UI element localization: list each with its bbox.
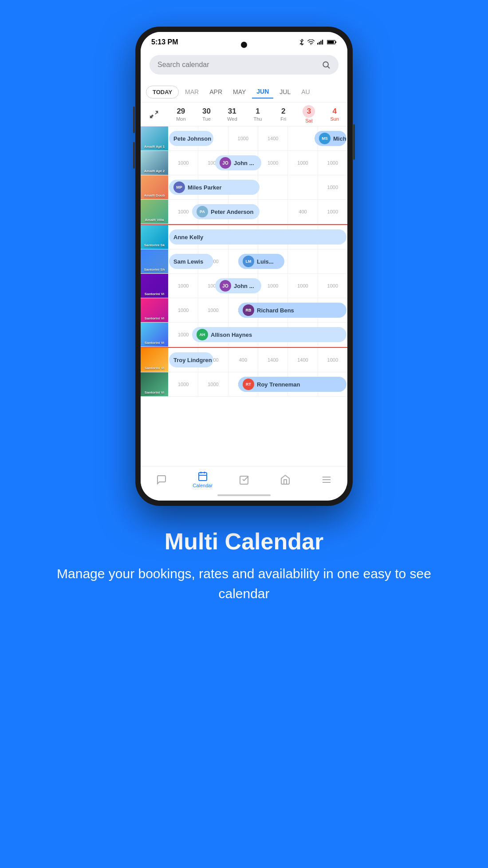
rows-area: Amalfi Apt 1 Pete Johnson 1000 1400 <box>141 126 347 466</box>
cell-4-3 <box>258 200 287 224</box>
svg-rect-9 <box>199 473 207 481</box>
property-row-9: Santorini Vi 1000 AH Allison Haynes <box>141 323 347 347</box>
booking-chip-ms[interactable]: MS Micha <box>315 131 346 146</box>
booking-chip-pete[interactable]: Pete Johnson <box>169 131 213 146</box>
property-row-1: Amalfi Apt 1 Pete Johnson 1000 1400 <box>141 126 347 151</box>
tab-jul[interactable]: JUL <box>275 86 295 98</box>
tab-apr[interactable]: APR <box>205 86 227 98</box>
avatar-mp: MP <box>173 181 185 193</box>
cell-4-4: 400 <box>287 200 317 224</box>
svg-rect-5 <box>335 41 336 43</box>
cells-row-11: 1000 1000 1000 RT Roy Trenneman <box>168 372 347 396</box>
battery-icon <box>327 39 337 45</box>
svg-rect-3 <box>322 39 323 44</box>
cell-4-5: 1000 <box>318 200 347 224</box>
cell-11-1: 1000 <box>198 372 228 396</box>
tab-may[interactable]: MAY <box>228 86 250 98</box>
calendar-area: 29 Mon 30 Tue 31 Wed 1 Thu 2 Fri <box>141 103 347 466</box>
booking-chip-troy[interactable]: Troy Lindgren <box>169 352 213 367</box>
cells-row-2: 1000 1000 JO John ... 1000 1000 1000 <box>168 151 347 175</box>
booking-name-ms: Micha <box>333 135 346 142</box>
property-thumb-7: Santorini Vi <box>141 274 168 298</box>
property-thumb-8: Santorini Vi <box>141 298 168 322</box>
nav-menu[interactable] <box>306 474 347 485</box>
property-thumb-9: Santorini Vi <box>141 323 168 347</box>
nav-tasks[interactable] <box>223 474 264 485</box>
cell-10-4: 1400 <box>287 348 317 372</box>
search-bar[interactable] <box>150 55 338 75</box>
tab-jun[interactable]: JUN <box>252 85 273 99</box>
booking-chip-peter[interactable]: PA Peter Anderson <box>192 204 260 219</box>
property-row-5: Santorini Sk Anne Kelly <box>141 224 347 249</box>
month-tabs: TODAY MAR APR MAY JUN JUL AU <box>141 82 347 103</box>
property-label-10: Santorini Vi <box>141 366 168 371</box>
property-label-7: Santorini Vi <box>141 292 168 296</box>
tab-mar[interactable]: MAR <box>181 86 203 98</box>
avatar-rt: RT <box>243 379 254 390</box>
tab-au[interactable]: AU <box>297 86 314 98</box>
avatar-ah: AH <box>197 329 208 340</box>
booking-chip-luis[interactable]: LM Luis... <box>238 254 284 269</box>
property-label-8: Santorini Vi <box>141 316 168 321</box>
booking-chip-john1[interactable]: JO John ... <box>215 155 261 170</box>
booking-chip-miles[interactable]: MP Miles Parker <box>169 180 260 195</box>
property-row-8: Santorini Vi 1000 1000 1000 1000 RB Rich… <box>141 298 347 323</box>
day-name-1: Thu <box>246 116 270 122</box>
day-col-2: 2 Fri <box>271 104 296 124</box>
avatar-rb: RB <box>243 304 254 316</box>
property-row-2: Amalfi Apt 2 1000 1000 JO John ... 1000 … <box>141 151 347 175</box>
booking-chip-richard[interactable]: RB Richard Bens <box>238 303 346 318</box>
home-indicator <box>141 492 347 501</box>
svg-line-8 <box>328 67 330 68</box>
cell-10-3: 1400 <box>258 348 287 372</box>
property-label-9: Santorini Vi <box>141 341 168 345</box>
property-label-6: Santorini Sh <box>141 268 168 272</box>
expand-icon <box>150 110 159 119</box>
nav-messages[interactable] <box>141 474 182 485</box>
day-name-2: Fri <box>272 116 295 122</box>
cells-row-6: Sam Lewis LM Luis... 1000 1000 <box>168 249 347 273</box>
expand-button[interactable] <box>141 106 168 123</box>
booking-chip-john2[interactable]: JO John ... <box>215 278 261 293</box>
search-input[interactable] <box>157 61 317 69</box>
property-row-11: Santorini Vi 1000 1000 1000 RT Roy Trenn… <box>141 372 347 397</box>
booking-name-richard: Richard Bens <box>257 307 294 314</box>
cell-7-0: 1000 <box>168 274 198 298</box>
status-icons <box>299 39 337 45</box>
phone-screen: 5:13 PM TODAY MAR APR MAY JUN JUL AU <box>141 32 347 501</box>
day-name-31: Wed <box>220 116 244 122</box>
svg-rect-6 <box>327 41 334 43</box>
property-row-3: Amalfi Doub MP Miles Parker 1000 <box>141 175 347 200</box>
today-button[interactable]: TODAY <box>146 86 179 99</box>
nav-home[interactable] <box>265 474 306 485</box>
cell-3-4 <box>287 175 317 199</box>
cells-row-1: Pete Johnson 1000 1400 MS Micha <box>168 126 347 150</box>
booking-chip-allison[interactable]: AH Allison Haynes <box>192 327 346 342</box>
booking-name-allison: Allison Haynes <box>211 331 252 338</box>
signal-icon <box>317 39 324 45</box>
property-row-4: Amalfi Villa 1000 PA Peter Anderson 400 <box>141 200 347 224</box>
task-icon <box>239 474 249 485</box>
day-col-3: 3 Sat <box>296 103 322 126</box>
day-col-29: 29 Mon <box>168 104 194 124</box>
booking-chip-roy[interactable]: RT Roy Trenneman <box>238 377 346 392</box>
property-thumb-5: Santorini Sk <box>141 225 168 249</box>
property-thumb-2: Amalfi Apt 2 <box>141 151 168 175</box>
property-row-7: Santorini Vi 1000 1000 JO John ... 1000 … <box>141 274 347 298</box>
menu-icon <box>321 474 332 485</box>
nav-calendar[interactable]: Calendar <box>182 471 223 488</box>
booking-chip-sam[interactable]: Sam Lewis <box>169 254 213 269</box>
cell-6-4 <box>287 249 317 273</box>
property-thumb-10: Santorini Vi <box>141 348 168 372</box>
cell-2-4: 1000 <box>287 151 317 175</box>
property-thumb-3: Amalfi Doub <box>141 175 168 199</box>
property-label-2: Amalfi Apt 2 <box>141 169 168 174</box>
avatar-lm: LM <box>243 256 254 267</box>
bottom-nav: Calendar <box>141 466 347 492</box>
property-row-6: Santorini Sh Sam Lewis LM Luis... <box>141 249 347 274</box>
cells-row-10: Troy Lindgren 1000 400 1400 1400 1000 <box>168 348 347 372</box>
booking-chip-anne[interactable]: Anne Kelly <box>169 229 346 245</box>
cell-7-4: 1000 <box>287 274 317 298</box>
booking-name-peter: Peter Anderson <box>211 209 253 215</box>
cell-7-5: 1000 <box>318 274 347 298</box>
